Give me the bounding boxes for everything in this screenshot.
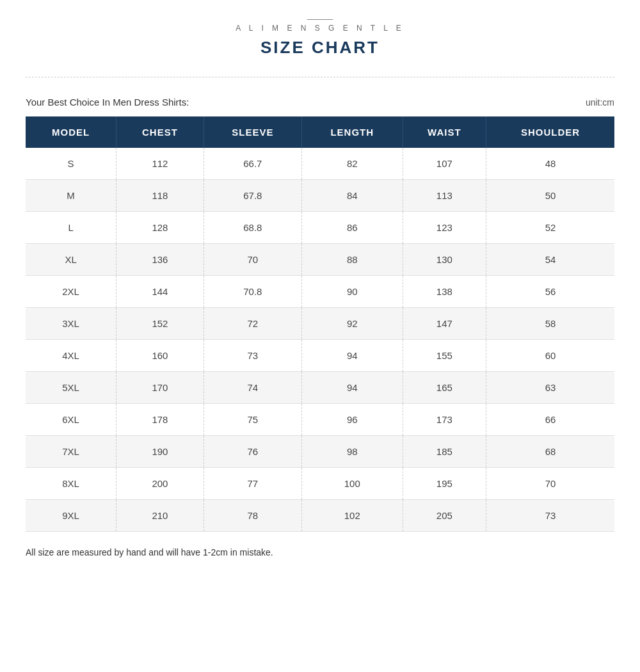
size-value-cell: 205 (403, 500, 486, 532)
size-value-cell: 78 (204, 500, 301, 532)
size-value-cell: 70 (204, 244, 301, 276)
size-value-cell: 73 (486, 500, 614, 532)
size-value-cell: 173 (403, 404, 486, 436)
size-model-cell: 7XL (26, 436, 116, 468)
size-value-cell: 94 (301, 372, 403, 404)
size-value-cell: 130 (403, 244, 486, 276)
size-model-cell: 9XL (26, 500, 116, 532)
size-value-cell: 123 (403, 212, 486, 244)
size-model-cell: 4XL (26, 340, 116, 372)
table-row: 8XL2007710019570 (26, 468, 614, 500)
size-value-cell: 152 (116, 308, 204, 340)
size-value-cell: 76 (204, 436, 301, 468)
size-chart-table: MODELCHESTSLEEVELENGTHWAISTSHOULDER S112… (26, 116, 614, 532)
size-value-cell: 67.8 (204, 180, 301, 212)
size-value-cell: 178 (116, 404, 204, 436)
size-value-cell: 52 (486, 212, 614, 244)
size-value-cell: 68 (486, 436, 614, 468)
size-value-cell: 90 (301, 276, 403, 308)
table-row: 4XL160739415560 (26, 340, 614, 372)
size-value-cell: 84 (301, 180, 403, 212)
size-value-cell: 48 (486, 148, 614, 180)
size-value-cell: 147 (403, 308, 486, 340)
size-value-cell: 155 (403, 340, 486, 372)
table-row: M11867.88411350 (26, 180, 614, 212)
table-body: S11266.78210748M11867.88411350L12868.886… (26, 148, 614, 532)
table-row: 7XL190769818568 (26, 436, 614, 468)
size-model-cell: 3XL (26, 308, 116, 340)
size-value-cell: 107 (403, 148, 486, 180)
size-model-cell: 6XL (26, 404, 116, 436)
subtitle-text: Your Best Choice In Men Dress Shirts: (26, 97, 189, 108)
size-value-cell: 72 (204, 308, 301, 340)
size-value-cell: 50 (486, 180, 614, 212)
table-row: XL136708813054 (26, 244, 614, 276)
size-value-cell: 195 (403, 468, 486, 500)
size-value-cell: 138 (403, 276, 486, 308)
size-value-cell: 100 (301, 468, 403, 500)
size-value-cell: 190 (116, 436, 204, 468)
size-value-cell: 160 (116, 340, 204, 372)
size-value-cell: 200 (116, 468, 204, 500)
size-model-cell: L (26, 212, 116, 244)
size-model-cell: 2XL (26, 276, 116, 308)
size-value-cell: 118 (116, 180, 204, 212)
size-value-cell: 144 (116, 276, 204, 308)
footnote: All size are measured by hand and will h… (26, 547, 614, 557)
brand-line-decoration (307, 19, 333, 20)
table-row: 5XL170749416563 (26, 372, 614, 404)
divider (26, 77, 614, 77)
page-title: SIZE CHART (260, 38, 380, 58)
size-model-cell: 8XL (26, 468, 116, 500)
size-value-cell: 98 (301, 436, 403, 468)
size-value-cell: 66.7 (204, 148, 301, 180)
table-header-cell: WAIST (403, 116, 486, 148)
size-value-cell: 74 (204, 372, 301, 404)
size-value-cell: 185 (403, 436, 486, 468)
size-value-cell: 113 (403, 180, 486, 212)
table-header-row: MODELCHESTSLEEVELENGTHWAISTSHOULDER (26, 116, 614, 148)
size-model-cell: 5XL (26, 372, 116, 404)
size-value-cell: 63 (486, 372, 614, 404)
size-model-cell: S (26, 148, 116, 180)
brand-name: A L I M E N S G E N T L E (236, 24, 404, 33)
size-value-cell: 82 (301, 148, 403, 180)
table-row: 9XL2107810220573 (26, 500, 614, 532)
table-header-cell: SHOULDER (486, 116, 614, 148)
unit-label: unit:cm (586, 97, 614, 108)
size-model-cell: M (26, 180, 116, 212)
table-row: 3XL152729214758 (26, 308, 614, 340)
size-model-cell: XL (26, 244, 116, 276)
size-value-cell: 112 (116, 148, 204, 180)
table-row: 6XL178759617366 (26, 404, 614, 436)
size-value-cell: 73 (204, 340, 301, 372)
size-value-cell: 68.8 (204, 212, 301, 244)
size-value-cell: 128 (116, 212, 204, 244)
size-value-cell: 170 (116, 372, 204, 404)
size-value-cell: 88 (301, 244, 403, 276)
size-value-cell: 92 (301, 308, 403, 340)
size-value-cell: 136 (116, 244, 204, 276)
size-value-cell: 70 (486, 468, 614, 500)
table-row: L12868.88612352 (26, 212, 614, 244)
size-value-cell: 102 (301, 500, 403, 532)
size-value-cell: 60 (486, 340, 614, 372)
size-value-cell: 96 (301, 404, 403, 436)
brand-area: A L I M E N S G E N T L E (236, 19, 404, 33)
table-header-cell: SLEEVE (204, 116, 301, 148)
size-value-cell: 54 (486, 244, 614, 276)
size-value-cell: 86 (301, 212, 403, 244)
size-value-cell: 58 (486, 308, 614, 340)
subtitle-row: Your Best Choice In Men Dress Shirts: un… (26, 97, 614, 108)
size-value-cell: 77 (204, 468, 301, 500)
size-value-cell: 94 (301, 340, 403, 372)
size-value-cell: 210 (116, 500, 204, 532)
size-value-cell: 66 (486, 404, 614, 436)
table-header-cell: MODEL (26, 116, 116, 148)
table-header-cell: LENGTH (301, 116, 403, 148)
size-value-cell: 165 (403, 372, 486, 404)
size-value-cell: 70.8 (204, 276, 301, 308)
size-value-cell: 56 (486, 276, 614, 308)
size-value-cell: 75 (204, 404, 301, 436)
table-row: 2XL14470.89013856 (26, 276, 614, 308)
